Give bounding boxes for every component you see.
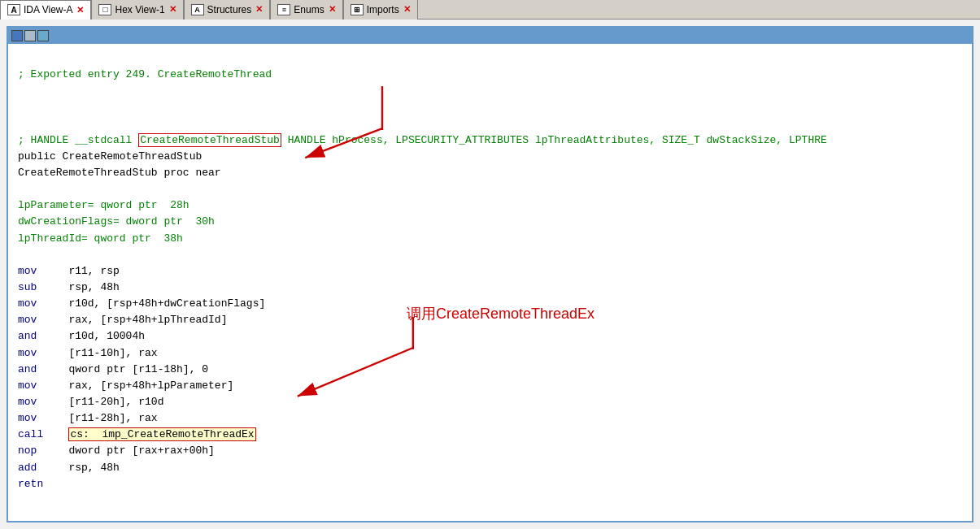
code-line-empty5 xyxy=(18,181,962,197)
code-line-empty4 xyxy=(18,116,962,132)
tab-hex-view-label: Hex View-1 xyxy=(115,4,164,15)
main-area: ; Exported entry 249. CreateRemoteThread… xyxy=(0,20,980,529)
tab-hex-view-1[interactable]: □ Hex View-1 ✕ xyxy=(91,0,183,20)
tab-enums[interactable]: ≡ Enums ✕ xyxy=(270,0,342,20)
hex-view-icon: □ xyxy=(98,4,111,15)
code-line-sig: ; HANDLE __stdcall CreateRemoteThreadStu… xyxy=(18,132,962,149)
code-line-mov6: mov [r11-20h], r10d xyxy=(18,394,962,410)
tab-enums-close[interactable]: ✕ xyxy=(329,4,336,15)
ida-view-icon: A xyxy=(7,4,20,15)
code-window: ; Exported entry 249. CreateRemoteThread… xyxy=(7,26,973,522)
code-line-proc: CreateRemoteThreadStub proc near xyxy=(18,165,962,181)
code-line-empty3 xyxy=(18,99,962,115)
imports-icon: ⊞ xyxy=(351,4,364,15)
structures-icon: A xyxy=(191,4,204,15)
tab-imports-close[interactable]: ✕ xyxy=(403,4,411,15)
tab-imports[interactable]: ⊞ Imports ✕ xyxy=(343,0,418,20)
titlebar-btn-gray[interactable] xyxy=(24,30,36,41)
code-line-retn: retn xyxy=(18,476,962,492)
code-line-nop: nop dword ptr [rax+rax+00h] xyxy=(18,443,962,459)
code-line-public: public CreateRemoteThreadStub xyxy=(18,149,962,165)
code-line-empty6 xyxy=(18,247,962,263)
code-line-empty1 xyxy=(18,50,962,67)
code-line-mov4: mov [r11-10h], rax xyxy=(18,345,962,362)
tab-hex-view-close[interactable]: ✕ xyxy=(169,4,176,15)
call-highlight-box: cs: imp_CreateRemoteThreadEx xyxy=(68,427,255,441)
tab-ida-view-a[interactable]: A IDA View-A ✕ xyxy=(0,0,91,20)
tab-bar: A IDA View-A ✕ □ Hex View-1 ✕ A Structur… xyxy=(0,0,980,20)
code-window-titlebar xyxy=(8,28,972,44)
tab-imports-label: Imports xyxy=(367,4,399,15)
code-line-add: add rsp, 48h xyxy=(18,460,962,476)
tab-enums-label: Enums xyxy=(294,4,324,15)
code-line-and2: and qword ptr [r11-18h], 0 xyxy=(18,362,962,378)
code-content[interactable]: ; Exported entry 249. CreateRemoteThread… xyxy=(8,44,972,521)
tab-structures-close[interactable]: ✕ xyxy=(255,4,263,15)
code-line-sub: sub rsp, 48h xyxy=(18,280,962,296)
code-line-dwcreation: dwCreationFlags= dword ptr 30h xyxy=(18,214,962,230)
chinese-annotation-label: 调用CreateRemoteThreadEx xyxy=(407,304,595,323)
tab-structures-label: Structures xyxy=(207,4,252,15)
tab-ida-view-label: IDA View-A xyxy=(24,4,72,15)
code-line-and1: and r10d, 10004h xyxy=(18,328,962,345)
titlebar-btn-teal[interactable] xyxy=(37,30,49,41)
code-line-mov7: mov [r11-28h], rax xyxy=(18,410,962,427)
code-line-lpthreadid: lpThreadId= qword ptr 38h xyxy=(18,231,962,247)
code-line-empty2 xyxy=(18,83,962,99)
titlebar-btn-blue[interactable] xyxy=(11,30,23,41)
enums-icon: ≡ xyxy=(277,4,290,15)
code-line-comment: ; Exported entry 249. CreateRemoteThread xyxy=(18,67,962,83)
tab-structures[interactable]: A Structures ✕ xyxy=(184,0,271,20)
tab-ida-view-close[interactable]: ✕ xyxy=(76,5,84,15)
func-name-box: CreateRemoteThreadStub xyxy=(138,133,281,147)
code-line-lpparam: lpParameter= qword ptr 28h xyxy=(18,197,962,214)
code-line-call: call cs: imp_CreateRemoteThreadEx xyxy=(18,427,962,443)
code-line-mov5: mov rax, [rsp+48h+lpParameter] xyxy=(18,378,962,394)
code-line-mov1: mov r11, rsp xyxy=(18,263,962,280)
